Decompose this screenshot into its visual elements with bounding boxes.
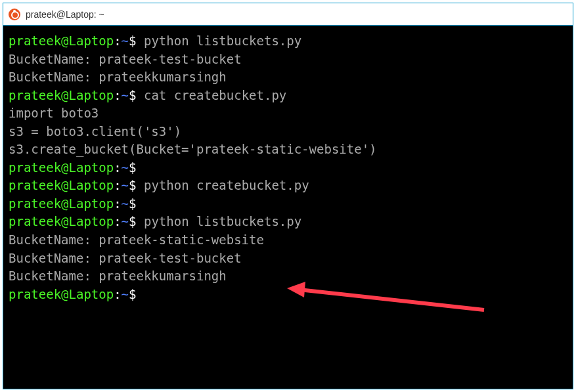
prompt-sep: : <box>114 33 121 48</box>
terminal-line: prateek@Laptop:~$ <box>9 286 567 304</box>
terminal-line: prateek@Laptop:~$ python listbuckets.py <box>9 32 567 51</box>
prompt-user: prateek@Laptop <box>9 160 114 175</box>
prompt-sep: : <box>114 160 121 175</box>
terminal-line: prateek@Laptop:~$ python createbucket.py <box>9 177 567 195</box>
window-title: prateek@Laptop: ~ <box>26 9 104 20</box>
prompt-sigil: $ <box>129 88 136 102</box>
prompt-sep: : <box>114 287 121 301</box>
prompt-path: ~ <box>122 88 129 102</box>
title-bar[interactable]: prateek@Laptop: ~ <box>3 3 573 26</box>
prompt-sep: : <box>114 88 121 102</box>
prompt-user: prateek@Laptop <box>9 178 114 192</box>
prompt-user: prateek@Laptop <box>9 88 114 102</box>
command-text: python createbucket.py <box>137 178 309 192</box>
terminal-line: prateek@Laptop:~$ <box>9 159 567 177</box>
prompt-sigil: $ <box>129 178 136 192</box>
prompt-path: ~ <box>122 160 129 175</box>
prompt-sep: : <box>114 178 121 192</box>
terminal-output: BucketName: prateekkumarsingh <box>9 68 567 87</box>
ubuntu-icon <box>9 9 20 20</box>
prompt-sigil: $ <box>129 287 136 301</box>
prompt-path: ~ <box>122 214 129 229</box>
prompt-path: ~ <box>122 196 129 211</box>
prompt-user: prateek@Laptop <box>9 196 114 211</box>
terminal-line: prateek@Laptop:~$ python listbuckets.py <box>9 213 567 231</box>
prompt-path: ~ <box>122 178 129 192</box>
terminal-body[interactable]: prateek@Laptop:~$ python listbuckets.py … <box>3 26 573 389</box>
command-text: python listbuckets.py <box>137 33 302 48</box>
terminal-output: BucketName: prateek-test-bucket <box>9 51 567 69</box>
terminal-output: s3.create_bucket(Bucket='prateek-static-… <box>9 141 567 159</box>
prompt-sigil: $ <box>129 160 136 175</box>
terminal-output: import boto3 <box>9 104 567 123</box>
prompt-user: prateek@Laptop <box>9 214 114 229</box>
prompt-user: prateek@Laptop <box>9 33 114 48</box>
prompt-path: ~ <box>122 287 129 301</box>
prompt-sigil: $ <box>129 196 136 211</box>
terminal-line: prateek@Laptop:~$ cat createbucket.py <box>9 87 567 105</box>
prompt-path: ~ <box>122 33 129 48</box>
terminal-line: prateek@Laptop:~$ <box>9 195 567 213</box>
prompt-sigil: $ <box>129 214 136 229</box>
prompt-user: prateek@Laptop <box>9 287 114 301</box>
prompt-sigil: $ <box>129 33 136 48</box>
terminal-window: prateek@Laptop: ~ prateek@Laptop:~$ pyth… <box>3 3 573 389</box>
terminal-output: BucketName: prateek-test-bucket <box>9 250 567 268</box>
terminal-output: BucketName: prateek-static-website <box>9 231 567 250</box>
prompt-sep: : <box>114 214 121 229</box>
terminal-output: BucketName: prateekkumarsingh <box>9 267 567 286</box>
command-text: python listbuckets.py <box>137 214 302 229</box>
command-text: cat createbucket.py <box>137 88 287 102</box>
terminal-output: s3 = boto3.client('s3') <box>9 123 567 141</box>
prompt-sep: : <box>114 196 121 211</box>
